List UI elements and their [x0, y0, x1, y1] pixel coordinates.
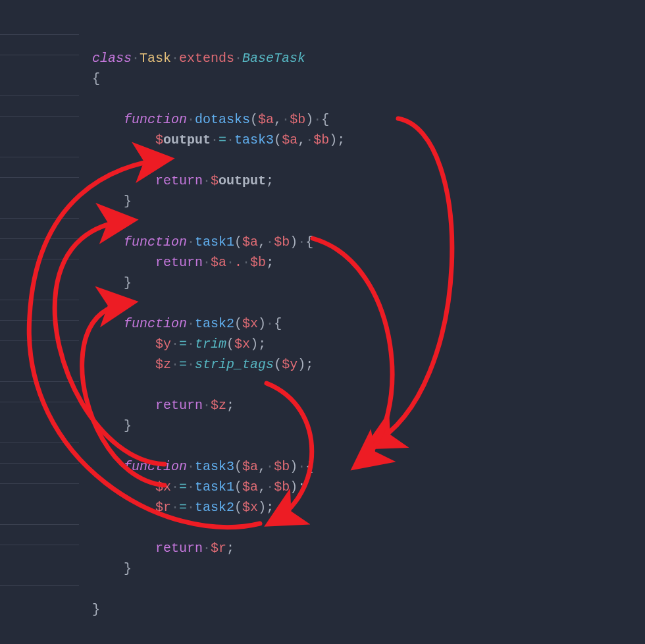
arrow-call-task3 [372, 119, 452, 444]
code-block: class·Task·extends·BaseTask { function·d… [92, 28, 345, 620]
class-line: class·Task·extends·BaseTask [92, 51, 305, 66]
